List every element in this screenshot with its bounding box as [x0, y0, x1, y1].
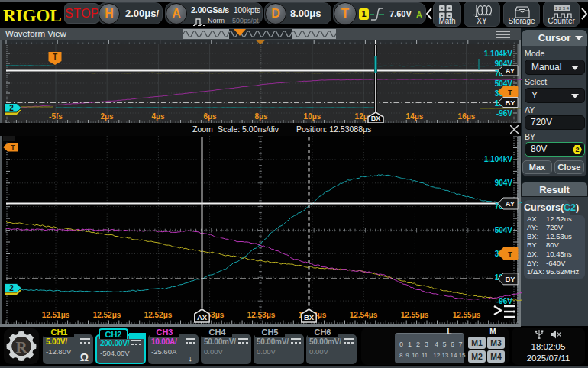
svg-text:T: T	[53, 53, 57, 61]
svg-text:2μs: 2μs	[100, 112, 114, 121]
svg-text:16μs: 16μs	[458, 112, 476, 121]
svg-text:1.104kV: 1.104kV	[484, 50, 513, 58]
svg-text:T: T	[508, 88, 512, 96]
svg-text:2: 2	[575, 146, 579, 153]
svg-text:BX: BX	[304, 313, 315, 321]
svg-text:12.55μs: 12.55μs	[453, 311, 481, 319]
svg-text:R: R	[15, 338, 27, 357]
svg-text:AY: AY	[506, 66, 515, 75]
svg-text:-5fs: -5fs	[49, 112, 63, 121]
svg-text:BY: BY	[505, 98, 515, 107]
svg-text:AX: AX	[197, 313, 208, 321]
svg-text:12.53μs: 12.53μs	[247, 311, 276, 319]
svg-text:904V: 904V	[495, 179, 513, 187]
svg-text:6μs: 6μs	[203, 112, 217, 121]
svg-text:12.54μs: 12.54μs	[350, 311, 378, 319]
svg-text:4μs: 4μs	[151, 112, 165, 121]
svg-text:10μs: 10μs	[304, 112, 321, 121]
svg-text:BY: BY	[505, 275, 515, 283]
svg-text:BX: BX	[371, 115, 381, 122]
svg-text:14μs: 14μs	[406, 112, 424, 121]
svg-text:1.104kV: 1.104kV	[484, 155, 513, 163]
svg-text:12.52μs: 12.52μs	[144, 311, 173, 319]
svg-text:-96V: -96V	[496, 109, 512, 118]
svg-text:2: 2	[9, 104, 14, 112]
svg-text:8μs: 8μs	[254, 112, 268, 121]
svg-text:12.52μs: 12.52μs	[93, 311, 121, 319]
svg-text:2: 2	[9, 284, 14, 292]
svg-text:12.51μs: 12.51μs	[42, 311, 70, 319]
svg-text:1 2 3 4: 1 2 3 4	[555, 6, 570, 11]
svg-text:504V: 504V	[495, 226, 513, 234]
svg-text:AY: AY	[506, 199, 515, 208]
svg-text:12.55μs: 12.55μs	[401, 311, 429, 319]
svg-text:-96V: -96V	[496, 297, 512, 305]
svg-text:504V: 504V	[495, 79, 513, 88]
svg-text:T: T	[508, 250, 512, 258]
svg-text:T: T	[11, 143, 15, 151]
